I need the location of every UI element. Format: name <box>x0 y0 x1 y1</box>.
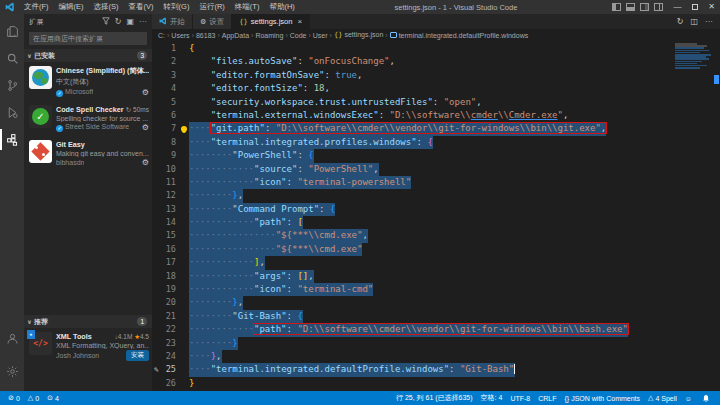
menu-item[interactable]: 运行(R) <box>194 0 229 14</box>
status-error-icon[interactable]: ⊘0 <box>4 391 24 405</box>
customize-layout-icon[interactable] <box>654 3 663 11</box>
code-area[interactable]: 1{2 "files.autoSave": "onFocusChange",3 … <box>152 41 720 391</box>
more-actions-icon[interactable]: ··· <box>705 17 713 26</box>
status-text[interactable]: CRLF <box>534 391 560 405</box>
code-line[interactable]: 3 "editor.formatOnSave": true, <box>152 69 720 82</box>
code-line[interactable]: 10············"source": "PowerShell", <box>152 163 720 176</box>
breadcrumb-item[interactable]: 86183 <box>196 32 215 39</box>
section-header-已安装[interactable]: ∨已安装3 <box>24 49 152 62</box>
status-bell-icon[interactable] <box>698 391 716 405</box>
breadcrumb-item[interactable]: terminal.integrated.defaultProfile.windo… <box>390 32 529 39</box>
manage-gear-icon[interactable]: ⚙ <box>142 88 149 97</box>
restore-button[interactable] <box>686 0 703 14</box>
breadcrumb-item[interactable]: {}settings.json <box>334 31 383 39</box>
settings-gear-icon[interactable] <box>0 358 24 385</box>
clear-icon[interactable]: ▣ <box>126 18 134 26</box>
code-line[interactable]: ✎25····"terminal.integrated.defaultProfi… <box>152 363 720 376</box>
close-button[interactable]: ✕ <box>703 0 720 14</box>
split-editor-icon[interactable]: ◫ <box>690 17 698 26</box>
extensions-icon[interactable] <box>0 126 24 153</box>
code-line[interactable]: 16················"${***\\cmd.exe" <box>152 243 720 256</box>
breadcrumb-item[interactable]: C: <box>158 32 165 39</box>
code-line[interactable]: 23········} <box>152 337 720 350</box>
extension-item[interactable]: Git EasyMaking git easy and conven...bib… <box>24 136 152 171</box>
tab-settings.json[interactable]: {}settings.json× <box>232 14 310 29</box>
code-line[interactable]: 1{ <box>152 42 720 55</box>
close-tab-icon[interactable]: × <box>297 17 302 26</box>
minimap[interactable] <box>675 43 711 67</box>
tab-设置[interactable]: ⚙设置 <box>193 14 232 29</box>
toggle-panel-icon[interactable] <box>626 3 635 11</box>
code-line[interactable]: 5 "security.workspace.trust.untrustedFil… <box>152 96 720 109</box>
status-text[interactable]: 空格: 4 <box>477 391 507 405</box>
token: "args" <box>254 271 287 281</box>
toggle-sidebar-icon[interactable] <box>612 3 621 11</box>
status-braces-icon[interactable]: {}JSON with Comments <box>561 391 645 405</box>
run-debug-icon[interactable] <box>0 99 24 126</box>
code-line[interactable]: 12········}, <box>152 189 720 202</box>
breadcrumb-item[interactable]: Code <box>290 32 307 39</box>
code-line[interactable]: 7····"git.path": "D:\\software\\cmder\\v… <box>152 122 720 135</box>
menu-item[interactable]: 文件(F) <box>19 0 54 14</box>
menu-item[interactable]: 编辑(E) <box>54 0 89 14</box>
code-line[interactable]: 21········"Git-Bash": { <box>152 310 720 323</box>
manage-gear-icon[interactable]: ⚙ <box>142 158 149 167</box>
refresh-icon[interactable]: ↻ <box>115 18 122 26</box>
code-line[interactable]: 14············"path": [ <box>152 216 720 229</box>
account-icon[interactable] <box>0 325 24 352</box>
status-text[interactable]: UTF-8 <box>506 391 534 405</box>
breadcrumb-item[interactable]: User <box>313 32 328 39</box>
extension-item[interactable]: </>★XML Tools↓4.1M ★4.5XML Formatting, X… <box>24 328 152 365</box>
status-text[interactable]: 行 25, 列 61 (已选择635) <box>392 391 477 405</box>
code-line[interactable]: 24····}, <box>152 350 720 363</box>
menu-item[interactable]: 转到(G) <box>159 0 195 14</box>
breadcrumb-item[interactable]: AppData <box>222 32 249 39</box>
code-line[interactable]: 20········}, <box>152 296 720 309</box>
open-changes-icon[interactable]: ↻ <box>677 17 684 26</box>
code-line[interactable]: 11············"icon": "terminal-powershe… <box>152 176 720 189</box>
code-line[interactable]: 2 "files.autoSave": "onFocusChange", <box>152 55 720 68</box>
code-line[interactable]: 17············], <box>152 256 720 269</box>
breadcrumb-label: Code <box>290 32 307 39</box>
overview-ruler[interactable] <box>712 41 720 391</box>
status-feedback-icon[interactable]: ☺ <box>681 391 698 405</box>
code-line[interactable]: 15················"${***\\cmd.exe", <box>152 229 720 242</box>
toggle-secondary-sidebar-icon[interactable] <box>640 3 649 11</box>
token: true <box>335 70 357 80</box>
menu-item[interactable]: 帮助(H) <box>264 0 299 14</box>
breadcrumb-item[interactable]: Users <box>171 32 189 39</box>
menu-item[interactable]: 查看(V) <box>124 0 159 14</box>
menu-item[interactable]: 选择(S) <box>89 0 124 14</box>
breadcrumb-item[interactable]: Roaming <box>255 32 283 39</box>
install-button[interactable]: 安装 <box>126 350 149 361</box>
extension-item[interactable]: Chinese (Simplified) (简体...中文(简体)✓Micros… <box>24 62 152 101</box>
filter-icon[interactable] <box>102 17 110 27</box>
menu-item[interactable]: 终端(T) <box>230 0 265 14</box>
source-control-icon[interactable] <box>0 72 24 99</box>
pencil-icon[interactable]: ✎ <box>152 363 161 376</box>
code-line[interactable]: 6 "terminal.external.windowsExec": "D:\\… <box>152 109 720 122</box>
tab-开始[interactable]: 开始 <box>152 14 193 29</box>
search-icon[interactable] <box>0 45 24 72</box>
code-line[interactable]: 13········"Command Prompt": { <box>152 203 720 216</box>
code-line[interactable]: 26} <box>152 377 720 390</box>
minimize-button[interactable]: — <box>669 0 686 14</box>
extension-item[interactable]: ✓Code Spell Checker↻ 50msSpelling checke… <box>24 101 152 136</box>
code-line[interactable]: 18············"args": [], <box>152 270 720 283</box>
explorer-icon[interactable] <box>0 18 24 45</box>
code-line[interactable]: 22············"path": "D:\\software\\cmd… <box>152 323 720 336</box>
lightbulb-icon[interactable] <box>181 126 187 132</box>
lightbulb-icon[interactable] <box>179 122 189 135</box>
menu-bar: 文件(F)编辑(E)选择(S)查看(V)转到(G)运行(R)终端(T)帮助(H) <box>19 0 300 14</box>
code-line[interactable]: 9········"PowerShell": { <box>152 149 720 162</box>
extensions-search-input[interactable] <box>29 32 147 45</box>
code-line[interactable]: 4 "editor.fontSize": 18, <box>152 82 720 95</box>
more-actions-icon[interactable]: ··· <box>139 18 147 26</box>
status-warning-icon[interactable]: △4 Spell <box>644 391 681 405</box>
status-warning-icon[interactable]: △0 <box>24 391 43 405</box>
section-header-推荐[interactable]: ∨推荐1 <box>24 315 152 328</box>
manage-gear-icon[interactable]: ⚙ <box>142 123 149 132</box>
code-line[interactable]: 19············"icon": "terminal-cmd" <box>152 283 720 296</box>
code-line[interactable]: 8····"terminal.integrated.profiles.windo… <box>152 136 720 149</box>
status-info-icon[interactable]: ⊙4 <box>43 391 63 405</box>
